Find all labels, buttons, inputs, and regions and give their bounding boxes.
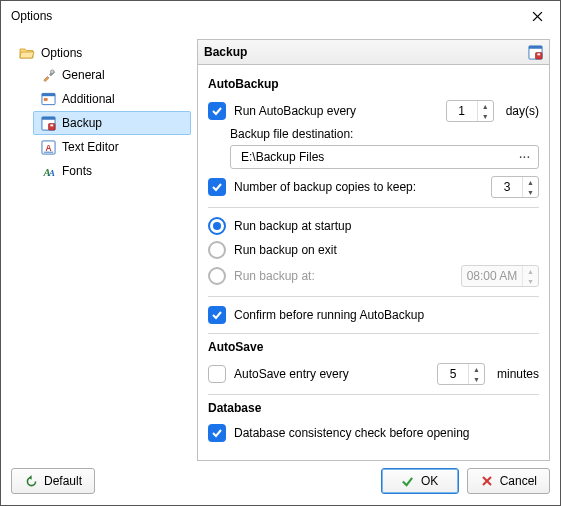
- disk-save-icon: [527, 44, 543, 60]
- tree-item-label: Fonts: [62, 164, 92, 178]
- checkbox-autosave-every[interactable]: [208, 365, 226, 383]
- label-autosave-every: AutoSave entry every: [234, 367, 349, 381]
- label-run-backup-at: Run backup at:: [234, 269, 315, 283]
- spinner-backup-copies[interactable]: ▲▼: [491, 176, 539, 198]
- tree-item-fonts[interactable]: A A Fonts: [33, 159, 191, 183]
- tools-icon: [40, 67, 56, 83]
- unit-minutes: minutes: [497, 367, 539, 381]
- checkbox-backup-copies[interactable]: [208, 178, 226, 196]
- row-backup-copies: Number of backup copies to keep: ▲▼: [208, 173, 539, 201]
- panel-header: Backup: [198, 40, 549, 65]
- disk-save-icon: [40, 115, 56, 131]
- radio-run-backup-startup[interactable]: [208, 217, 226, 235]
- svg-text:A: A: [48, 167, 55, 177]
- settings-panel: Backup AutoBackup Run AutoBackup every: [197, 39, 550, 461]
- row-radio-exit: Run backup on exit: [208, 238, 539, 262]
- svg-rect-5: [43, 98, 47, 101]
- panel-title: Backup: [204, 45, 247, 59]
- tree-item-label: General: [62, 68, 105, 82]
- timepicker-input: [462, 268, 522, 284]
- row-db-consistency: Database consistency check before openin…: [208, 421, 539, 445]
- fonts-icon: A A: [40, 163, 56, 179]
- panel-body: AutoBackup Run AutoBackup every ▲▼ day(s…: [198, 65, 549, 453]
- close-button[interactable]: [522, 1, 552, 31]
- spinner-autobackup-days-input[interactable]: [447, 103, 477, 119]
- spinner-arrows[interactable]: ▲▼: [468, 364, 484, 384]
- tree-item-backup[interactable]: Backup: [33, 111, 191, 135]
- row-run-autobackup-every: Run AutoBackup every ▲▼ day(s): [208, 97, 539, 125]
- cancel-button-label: Cancel: [500, 474, 537, 488]
- browse-button[interactable]: ···: [516, 152, 534, 163]
- tree-item-label: Text Editor: [62, 140, 119, 154]
- close-icon: [532, 11, 543, 22]
- folder-open-icon: [19, 45, 35, 61]
- divider: [208, 394, 539, 395]
- row-autosave-every: AutoSave entry every ▲▼ minutes: [208, 360, 539, 388]
- label-run-autobackup-every: Run AutoBackup every: [234, 104, 356, 118]
- svg-rect-16: [528, 45, 541, 48]
- tree-item-additional[interactable]: Additional: [33, 87, 191, 111]
- divider: [208, 296, 539, 297]
- checkbox-db-consistency[interactable]: [208, 424, 226, 442]
- tree-root-label: Options: [41, 46, 82, 60]
- section-autosave-title: AutoSave: [208, 340, 539, 354]
- tree-item-label: Additional: [62, 92, 115, 106]
- window-title: Options: [11, 9, 52, 23]
- titlebar: Options: [1, 1, 560, 31]
- label-backup-copies: Number of backup copies to keep:: [234, 180, 416, 194]
- refresh-icon: [24, 474, 38, 488]
- label-confirm-autobackup: Confirm before running AutoBackup: [234, 308, 424, 322]
- ok-button-label: OK: [421, 474, 438, 488]
- svg-point-2: [50, 69, 54, 73]
- row-radio-at: Run backup at: ▲▼: [208, 262, 539, 290]
- content-area: Options General Additional: [1, 31, 560, 459]
- text-editor-icon: A: [40, 139, 56, 155]
- radio-run-backup-exit[interactable]: [208, 241, 226, 259]
- svg-rect-4: [41, 93, 54, 96]
- section-database-title: Database: [208, 401, 539, 415]
- default-button[interactable]: Default: [11, 468, 95, 494]
- row-radio-startup: Run backup at startup: [208, 214, 539, 238]
- window-icon: [40, 91, 56, 107]
- label-run-backup-startup: Run backup at startup: [234, 219, 351, 233]
- svg-rect-18: [537, 53, 540, 55]
- spinner-arrows[interactable]: ▲▼: [522, 177, 538, 197]
- spinner-autosave-minutes[interactable]: ▲▼: [437, 363, 485, 385]
- spinner-autobackup-days[interactable]: ▲▼: [446, 100, 494, 122]
- ok-button[interactable]: OK: [381, 468, 459, 494]
- options-tree: Options General Additional: [11, 39, 191, 459]
- tree-item-label: Backup: [62, 116, 102, 130]
- radio-run-backup-at[interactable]: [208, 267, 226, 285]
- section-autobackup-title: AutoBackup: [208, 77, 539, 91]
- unit-days: day(s): [506, 104, 539, 118]
- label-db-consistency: Database consistency check before openin…: [234, 426, 469, 440]
- tree-item-general[interactable]: General: [33, 63, 191, 87]
- spinner-arrows[interactable]: ▲▼: [477, 101, 493, 121]
- spinner-backup-copies-input[interactable]: [492, 179, 522, 195]
- tree-item-text-editor[interactable]: A Text Editor: [33, 135, 191, 159]
- label-run-backup-exit: Run backup on exit: [234, 243, 337, 257]
- default-button-label: Default: [44, 474, 82, 488]
- textfield-backup-destination[interactable]: ···: [230, 145, 539, 169]
- checkbox-run-autobackup-every[interactable]: [208, 102, 226, 120]
- timepicker-backup-at: ▲▼: [461, 265, 539, 287]
- input-backup-destination[interactable]: [239, 149, 516, 165]
- divider: [208, 333, 539, 334]
- checkbox-confirm-autobackup[interactable]: [208, 306, 226, 324]
- spinner-arrows: ▲▼: [522, 266, 538, 286]
- divider: [208, 207, 539, 208]
- svg-marker-19: [29, 475, 31, 480]
- svg-rect-9: [50, 124, 53, 126]
- tree-root-options[interactable]: Options: [15, 43, 191, 63]
- row-confirm-autobackup: Confirm before running AutoBackup: [208, 303, 539, 327]
- spinner-autosave-minutes-input[interactable]: [438, 366, 468, 382]
- cancel-icon: [480, 474, 494, 488]
- check-icon: [401, 474, 415, 488]
- cancel-button[interactable]: Cancel: [467, 468, 550, 494]
- svg-rect-7: [41, 116, 54, 119]
- label-backup-destination: Backup file destination:: [230, 127, 539, 141]
- button-bar: Default OK Cancel: [1, 459, 560, 503]
